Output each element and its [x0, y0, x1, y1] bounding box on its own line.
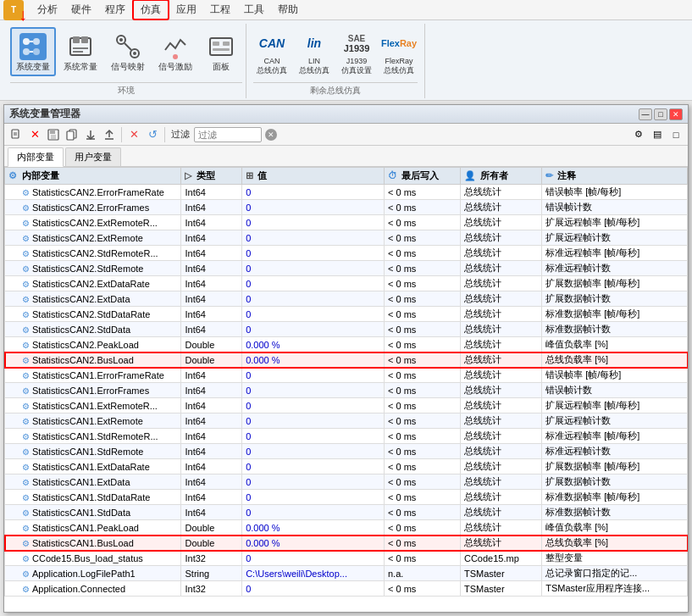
cell-last-write: < 0 ms	[384, 322, 460, 337]
settings-button[interactable]: ⚙	[630, 126, 647, 143]
table-row[interactable]: ⚙StatisticsCAN2.ExtData Int64 0 < 0 ms 总…	[5, 291, 688, 307]
table-row[interactable]: ⚙Application.Connected Int32 0 < 0 ms TS…	[5, 581, 688, 597]
svg-point-15	[119, 38, 123, 42]
table-row[interactable]: ⚙StatisticsCAN2.ErrorFrameRate Int64 0 <…	[5, 185, 688, 200]
minimize-button[interactable]: —	[639, 108, 652, 120]
help-button[interactable]: □	[667, 126, 684, 143]
copy-button[interactable]	[64, 126, 80, 143]
table-container[interactable]: ⚙ 内部变量 ▷ 类型 ⊞ 值 ⏱ 最后写入	[4, 167, 688, 612]
cell-name: ⚙StatisticsCAN2.ExtRemoteR...	[5, 215, 181, 230]
table-row[interactable]: ⚙StatisticsCAN2.ExtDataRate Int64 0 < 0 …	[5, 276, 688, 291]
cell-owner: 总线统计	[460, 215, 541, 230]
maximize-button[interactable]: □	[654, 108, 667, 120]
menu-project[interactable]: 工程	[203, 1, 237, 19]
table-row[interactable]: ⚙StatisticsCAN1.StdData Int64 0 < 0 ms 总…	[5, 505, 688, 520]
cell-comment: 扩展远程帧计数	[542, 413, 688, 429]
variable-col-icon: ⚙	[8, 170, 17, 180]
menu-hardware[interactable]: 硬件	[64, 1, 98, 19]
cell-value: 0	[242, 322, 385, 337]
cell-type: Int64	[181, 459, 242, 474]
table-row[interactable]: ⚙StatisticsCAN1.ExtDataRate Int64 0 < 0 …	[5, 459, 688, 474]
cell-name: ⚙StatisticsCAN2.PeakLoad	[5, 337, 181, 352]
svg-point-17	[173, 54, 178, 59]
cell-comment: 标准远程帧计数	[542, 261, 688, 276]
cell-name: ⚙Application.LogFilePath1	[5, 566, 181, 581]
menu-simulation[interactable]: 仿真	[132, 0, 169, 20]
cell-comment: 峰值负载率 [%]	[542, 337, 688, 352]
ribbon-btn-sysvar[interactable]: 系统变量 ↓	[10, 27, 56, 76]
menu-application[interactable]: 应用	[169, 1, 203, 19]
ribbon-btn-flexray[interactable]: FlexRay FlexRay 总线仿真	[380, 27, 418, 78]
refresh-button[interactable]: ↺	[144, 126, 161, 143]
table-row[interactable]: ⚙StatisticsCAN2.StdRemote Int64 0 < 0 ms…	[5, 261, 688, 276]
cell-type: Int64	[181, 505, 242, 520]
table-row[interactable]: ⚙StatisticsCAN2.ExtRemoteR... Int64 0 < …	[5, 215, 688, 230]
cell-comment: 标准远程帧计数	[542, 444, 688, 459]
table-row[interactable]: ⚙StatisticsCAN2.StdData Int64 0 < 0 ms 总…	[5, 322, 688, 337]
menu-tools[interactable]: 工具	[237, 1, 271, 19]
sigexcite-label: 信号激励	[158, 62, 192, 72]
table-row[interactable]: ⚙StatisticsCAN1.PeakLoad Double 0.000 % …	[5, 520, 688, 536]
table-row[interactable]: ⚙StatisticsCAN1.StdDataRate Int64 0 < 0 …	[5, 490, 688, 505]
menu-help[interactable]: 帮助	[271, 1, 305, 19]
ribbon-btn-sigexcite[interactable]: 信号激励	[152, 27, 198, 76]
table-row[interactable]: ⚙StatisticsCAN2.BusLoad Double 0.000 % <…	[5, 352, 688, 368]
ribbon-btn-sysconst[interactable]: 系统常量	[58, 27, 103, 76]
cell-type: Double	[181, 337, 242, 352]
filter-clear-button[interactable]: ✕	[265, 129, 277, 141]
menu-program[interactable]: 程序	[98, 1, 132, 19]
window-controls: — □ ✕	[639, 108, 683, 120]
cell-last-write: < 0 ms	[384, 230, 460, 246]
table-row[interactable]: ⚙Application.LogFilePath1 String C:\User…	[5, 566, 688, 581]
table-row[interactable]: ⚙StatisticsCAN2.StdRemoteR... Int64 0 < …	[5, 246, 688, 261]
save-button[interactable]	[45, 126, 62, 143]
cell-owner: 总线统计	[460, 536, 541, 551]
cell-value: 0.000 %	[242, 337, 385, 352]
cell-owner: 总线统计	[460, 261, 541, 276]
table-row[interactable]: ⚙StatisticsCAN1.StdRemote Int64 0 < 0 ms…	[5, 444, 688, 459]
table-row[interactable]: ⚙StatisticsCAN2.ErrorFrames Int64 0 < 0 …	[5, 200, 688, 215]
table-row[interactable]: ⚙StatisticsCAN1.ErrorFrames Int64 0 < 0 …	[5, 383, 688, 398]
table-row[interactable]: ⚙StatisticsCAN2.PeakLoad Double 0.000 % …	[5, 337, 688, 352]
table-row[interactable]: ⚙StatisticsCAN1.ErrorFrameRate Int64 0 <…	[5, 368, 688, 383]
cell-comment: 标准远程帧率 [帧/每秒]	[542, 246, 688, 261]
table-row[interactable]: ⚙CCode15.Bus_load_status Int32 0 < 0 ms …	[5, 551, 688, 566]
table-row[interactable]: ⚙StatisticsCAN1.ExtRemote Int64 0 < 0 ms…	[5, 413, 688, 429]
table-row[interactable]: ⚙StatisticsCAN1.StdRemoteR... Int64 0 < …	[5, 429, 688, 444]
ribbon-btn-panel[interactable]: 面板	[200, 27, 242, 76]
tab-user[interactable]: 用户变量	[65, 147, 121, 166]
svg-rect-8	[73, 36, 80, 43]
window-titlebar: 系统变量管理器 — □ ✕	[4, 105, 688, 124]
import-button[interactable]	[82, 126, 99, 143]
comment-col-icon: ✏	[545, 170, 553, 180]
cell-comment: 扩展远程帧率 [帧/每秒]	[542, 398, 688, 413]
filter-input[interactable]	[194, 127, 262, 142]
close-button[interactable]: ✕	[669, 108, 683, 120]
export-button[interactable]	[101, 126, 118, 143]
svg-line-14	[125, 43, 131, 50]
table-row[interactable]: ⚙StatisticsCAN2.StdDataRate Int64 0 < 0 …	[5, 307, 688, 322]
tab-internal[interactable]: 内部变量	[8, 147, 64, 167]
cell-name: ⚙StatisticsCAN1.ExtDataRate	[5, 459, 181, 474]
ribbon-btn-sigmap[interactable]: 信号映射	[105, 27, 151, 76]
cell-last-write: n.a.	[384, 566, 460, 581]
ribbon-btn-j1939[interactable]: SAE J1939 J1939 仿真设置	[338, 27, 375, 78]
table-row[interactable]: ⚙StatisticsCAN1.BusLoad Double 0.000 % <…	[5, 536, 688, 551]
cell-owner: 总线统计	[460, 490, 541, 505]
menu-analysis[interactable]: 分析	[30, 1, 64, 19]
cell-last-write: < 0 ms	[384, 490, 460, 505]
table-row[interactable]: ⚙StatisticsCAN1.ExtRemoteR... Int64 0 < …	[5, 398, 688, 413]
cell-value: 0	[242, 413, 385, 429]
ribbon-btn-can[interactable]: CAN CAN 总线仿真	[253, 27, 291, 78]
cancel-button[interactable]: ✕	[125, 126, 142, 143]
ribbon-btn-lin[interactable]: lin LIN 总线仿真	[296, 27, 333, 78]
svg-rect-29	[67, 131, 74, 140]
cell-owner: 总线统计	[460, 429, 541, 444]
new-button[interactable]	[8, 126, 25, 143]
flexray-label: FlexRay 总线仿真	[384, 57, 414, 75]
can-icon: CAN	[258, 30, 285, 57]
table-row[interactable]: ⚙StatisticsCAN2.ExtRemote Int64 0 < 0 ms…	[5, 230, 688, 246]
table-row[interactable]: ⚙StatisticsCAN1.ExtData Int64 0 < 0 ms 总…	[5, 474, 688, 490]
view-button[interactable]: ▤	[649, 126, 666, 143]
delete-button[interactable]: ✕	[26, 126, 43, 143]
